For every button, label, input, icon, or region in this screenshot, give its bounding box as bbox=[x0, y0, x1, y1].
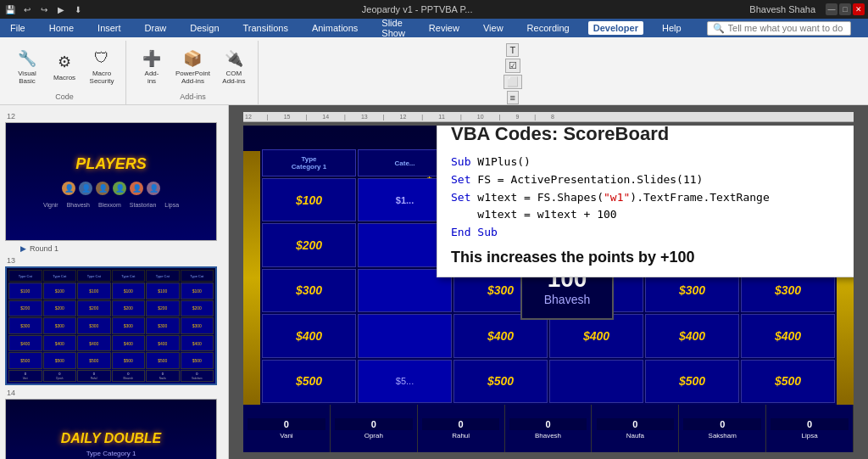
mini-money-1: $100 bbox=[8, 283, 42, 299]
listbox-icon[interactable]: ≡ bbox=[507, 91, 519, 104]
search-input[interactable] bbox=[728, 23, 845, 33]
tab-file[interactable]: File bbox=[5, 21, 31, 35]
cell-2-400[interactable] bbox=[358, 314, 452, 357]
addins-button[interactable]: ➕ Add-ins bbox=[135, 47, 169, 87]
thumb-player-name-3: Blexxom bbox=[98, 202, 121, 208]
titlebar: 💾 ↩ ↪ ▶ ⬇ Jeopardy v1 - PPTVBA P... Bhav… bbox=[0, 0, 868, 19]
thumb-daily-bg: DAILY DOUBLE Type Category 1 bbox=[6, 400, 216, 459]
close-button[interactable]: ✕ bbox=[853, 3, 865, 15]
cell-6-500[interactable]: $500 bbox=[741, 360, 835, 403]
user-name: Bhavesh Shaha bbox=[749, 4, 815, 14]
thumb-player-name-4: Stastorian bbox=[130, 202, 157, 208]
slide-num-13: 13 bbox=[5, 256, 223, 265]
redo-icon[interactable]: ↪ bbox=[37, 3, 51, 16]
player-naufa: 0 Naufa bbox=[592, 405, 679, 452]
slide-thumb-14[interactable]: 14 DAILY DOUBLE Type Category 1 bbox=[5, 389, 223, 459]
code-line-4: w1text = w1text + 100 bbox=[451, 206, 846, 224]
left-column bbox=[243, 151, 260, 405]
tab-transitions[interactable]: Transitions bbox=[238, 21, 293, 35]
visual-basic-button[interactable]: 🔧 VisualBasic bbox=[10, 47, 44, 87]
tab-review[interactable]: Review bbox=[424, 21, 465, 35]
avatar-3: 👤 bbox=[96, 182, 109, 195]
com-addins-button[interactable]: 🔌 COMAdd-ins bbox=[217, 47, 251, 87]
code-line-2: Set FS = ActivePresentation.Slides(11) bbox=[451, 171, 846, 189]
addins-icon: ➕ bbox=[142, 48, 162, 69]
mini-cat-2: Type Cat bbox=[43, 270, 77, 282]
slide-img-12: PLAYERS 👤 👤 👤 👤 👤 👤 Vignir Bhavesh Blexx… bbox=[5, 122, 217, 241]
cell-1-300[interactable]: $300 bbox=[262, 269, 356, 312]
tab-view[interactable]: View bbox=[478, 21, 509, 35]
save-icon[interactable]: 💾 bbox=[3, 3, 17, 16]
tab-design[interactable]: Design bbox=[185, 21, 224, 35]
button-icon[interactable]: ⬜ bbox=[504, 75, 522, 89]
cell-6-400[interactable]: $400 bbox=[741, 314, 835, 357]
present-icon[interactable]: ▶ bbox=[54, 3, 68, 16]
name-oprah: Oprah bbox=[364, 432, 383, 439]
canvas-area: 12 | 15 | 14 | 13 | 12 | 11 | 10 | 9 | 8… bbox=[229, 105, 868, 459]
slide-thumb-12[interactable]: 12 PLAYERS 👤 👤 👤 👤 👤 👤 Vignir bbox=[5, 112, 223, 241]
cell-1-100[interactable]: $100 bbox=[262, 178, 356, 221]
cell-5-400[interactable]: $400 bbox=[645, 314, 739, 357]
macros-button[interactable]: ⚙ Macros bbox=[47, 50, 81, 83]
app-title: Jeopardy v1 - PPTVBA P... bbox=[88, 4, 746, 14]
tab-draw[interactable]: Draw bbox=[140, 21, 172, 35]
tab-animations[interactable]: Animations bbox=[307, 21, 363, 35]
tab-help[interactable]: Help bbox=[657, 21, 687, 35]
cell-1-200[interactable]: $200 bbox=[262, 223, 356, 266]
name-bhavesh: Bhavesh bbox=[535, 432, 561, 439]
macro-security-button[interactable]: 🛡 MacroSecurity bbox=[85, 47, 119, 87]
avatar-6: 👤 bbox=[147, 182, 160, 195]
cell-1-500[interactable]: $500 bbox=[262, 360, 356, 403]
round1-label: Round 1 bbox=[30, 244, 58, 253]
code-line-3: Set w1text = FS.Shapes("w1").TextFrame.T… bbox=[451, 189, 846, 207]
minimize-button[interactable]: — bbox=[826, 3, 837, 15]
code-line-1: Sub W1Plus() bbox=[451, 154, 846, 171]
name-vani: Vani bbox=[280, 432, 292, 439]
thumb-players-title: PLAYERS bbox=[75, 155, 147, 173]
customize-icon[interactable]: ⬇ bbox=[71, 3, 85, 16]
tab-developer[interactable]: Developer bbox=[588, 21, 643, 35]
score-bhavesh: 0 bbox=[509, 418, 587, 430]
avatar-2: 👤 bbox=[79, 182, 92, 195]
cell-1-400[interactable]: $400 bbox=[262, 314, 356, 357]
visual-basic-icon: 🔧 bbox=[17, 48, 37, 69]
search-bar[interactable]: 🔍 bbox=[707, 21, 851, 36]
mini-score-1: 0 bbox=[25, 372, 26, 376]
player-vani: 0 Vani bbox=[243, 405, 331, 452]
mini-cat-1: Type Cat bbox=[8, 270, 42, 282]
cell-3-400[interactable]: $400 bbox=[453, 314, 548, 357]
score-rahul: 0 bbox=[422, 418, 500, 430]
addins-group-label: Add-ins bbox=[180, 91, 206, 103]
code-line-5: End Sub bbox=[451, 224, 846, 242]
maximize-button[interactable]: □ bbox=[839, 3, 851, 15]
undo-icon[interactable]: ↩ bbox=[20, 3, 34, 16]
name-saksham: Saksham bbox=[709, 432, 737, 439]
checkbox-icon[interactable]: ☑ bbox=[505, 59, 520, 73]
developer-toolbar: 🔧 VisualBasic ⚙ Macros 🛡 MacroSecurity C… bbox=[0, 37, 868, 105]
controls-group: T ☑ ⬜ ≡ ▤ ↕ ⋯ ⊙ ⬌ 🖼 ⊟ ≡ Properties bbox=[260, 41, 865, 104]
ppt-addins-button[interactable]: 📦 PowerPointAdd-ins bbox=[172, 47, 214, 87]
name-rahul: Rahul bbox=[452, 432, 470, 439]
slide-thumb-13[interactable]: 13 Type Cat Type Cat Type Cat Type Cat T… bbox=[5, 256, 223, 385]
score-saksham: 0 bbox=[683, 418, 761, 430]
code-group-label: Code bbox=[55, 91, 74, 103]
mini-cat-6: Type Cat bbox=[181, 270, 214, 282]
cell-4-500[interactable] bbox=[549, 360, 643, 403]
text-box-icon[interactable]: T bbox=[506, 43, 519, 57]
code-group: 🔧 VisualBasic ⚙ Macros 🛡 MacroSecurity C… bbox=[3, 41, 126, 104]
tab-insert[interactable]: Insert bbox=[92, 21, 126, 35]
daily-double-title: DAILY DOUBLE bbox=[55, 431, 167, 446]
score-vani: 0 bbox=[248, 418, 326, 430]
player-saksham: 0 Saksham bbox=[679, 405, 766, 452]
cell-3-500[interactable]: $500 bbox=[453, 360, 548, 403]
tab-home[interactable]: Home bbox=[44, 21, 79, 35]
score-naufa: 0 bbox=[597, 418, 675, 430]
round1-triangle: ▶ bbox=[20, 244, 26, 253]
cell-4-400[interactable]: $400 bbox=[549, 314, 643, 357]
tab-slideshow[interactable]: Slide Show bbox=[376, 16, 410, 40]
app-body: 12 PLAYERS 👤 👤 👤 👤 👤 👤 Vignir bbox=[0, 105, 868, 459]
cell-5-500[interactable]: $500 bbox=[645, 360, 739, 403]
cell-2-500[interactable]: $5... bbox=[358, 360, 452, 403]
tab-recording[interactable]: Recording bbox=[522, 21, 575, 35]
vba-overlay-title: VBA Codes: ScoreBoard bbox=[451, 126, 846, 145]
